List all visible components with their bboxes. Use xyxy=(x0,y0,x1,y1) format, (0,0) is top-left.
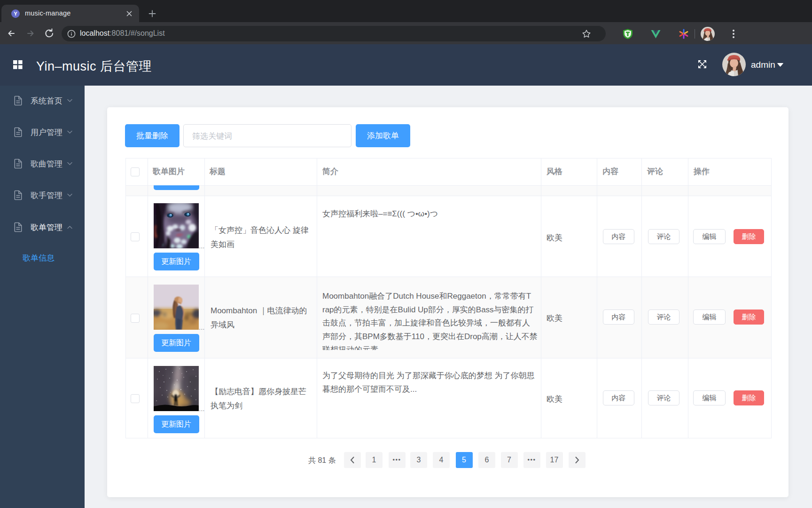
svg-text:Y: Y xyxy=(14,11,17,16)
